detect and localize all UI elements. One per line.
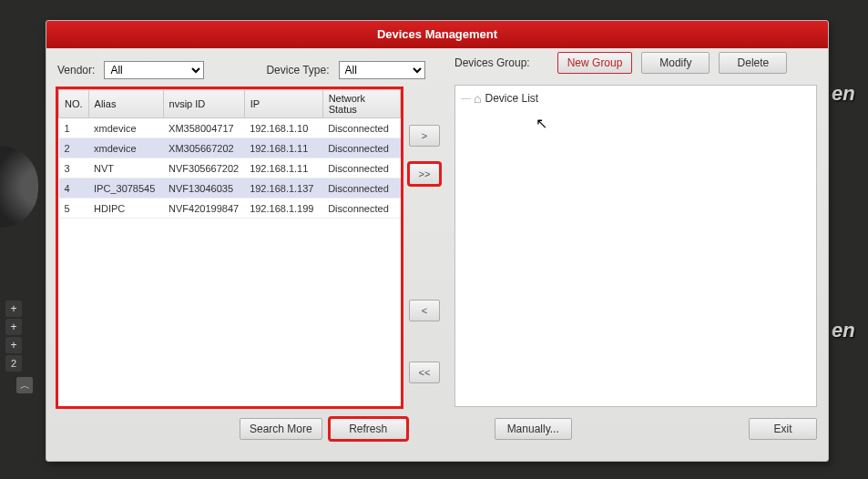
cell-no: 1 [59, 118, 89, 138]
cell-nvsip: XM358004717 [163, 118, 244, 138]
cell-ip: 192.168.1.10 [244, 118, 322, 138]
cell-nvsip: NVF13046035 [163, 178, 244, 199]
home-icon: ⌂ [474, 91, 481, 106]
cell-alias: HDIPC [88, 199, 163, 219]
cell-status: Disconnected [322, 178, 400, 199]
table-row[interactable]: 4IPC_3078545NVF13046035192.168.1.137Disc… [59, 178, 401, 199]
cell-nvsip: NVF305667202 [163, 158, 244, 178]
tree-root-label: Device List [485, 92, 538, 105]
bg-collapse-icon[interactable]: ︿ [16, 377, 33, 393]
cell-status: Disconnected [322, 118, 400, 138]
table-row[interactable]: 2xmdeviceXM305667202192.168.1.11Disconne… [59, 138, 401, 158]
col-nvsip[interactable]: nvsip ID [163, 90, 244, 118]
bg-left-sidebar: + + + 2 ︿ [0, 146, 41, 395]
cell-ip: 192.168.1.137 [244, 178, 322, 199]
table-row[interactable]: 5HDIPCNVF420199847192.168.1.199Disconnec… [59, 199, 401, 219]
cell-nvsip: NVF420199847 [163, 199, 244, 219]
cell-alias: xmdevice [88, 118, 163, 138]
tree-connector: ┈┈ [461, 94, 470, 104]
devices-table-panel: NO. Alias nvsip ID IP Network Status 1xm… [57, 88, 402, 407]
delete-button[interactable]: Delete [719, 52, 787, 74]
remove-all-button[interactable]: << [409, 362, 440, 383]
new-group-button[interactable]: New Group [557, 52, 633, 74]
tree-root-item[interactable]: ┈┈ ⌂ Device List [461, 91, 811, 106]
devices-table[interactable]: NO. Alias nvsip ID IP Network Status 1xm… [58, 89, 401, 219]
cell-nvsip: XM305667202 [163, 138, 244, 158]
cell-alias: xmdevice [88, 138, 163, 158]
bg-plus-button[interactable]: + [5, 301, 22, 317]
cell-no: 3 [59, 158, 89, 178]
devices-management-dialog: Devices Management Vendor: All Device Ty… [46, 20, 829, 462]
cell-status: Disconnected [322, 199, 400, 219]
devices-group-label: Devices Group: [454, 56, 530, 69]
dialog-title: Devices Management [46, 21, 828, 48]
remove-button[interactable]: < [409, 300, 440, 321]
add-button[interactable]: > [409, 125, 440, 147]
manually-button[interactable]: Manually... [495, 418, 572, 440]
bg-num-button[interactable]: 2 [5, 355, 22, 372]
bg-brand-text-2: en [832, 319, 868, 355]
cell-no: 2 [59, 138, 89, 158]
search-more-button[interactable]: Search More [240, 418, 322, 440]
cell-no: 4 [59, 178, 89, 199]
vendor-label: Vendor: [57, 64, 95, 76]
groups-column: Devices Group: New Group Modify Delete ┈… [454, 88, 817, 407]
col-ip[interactable]: IP [244, 90, 322, 118]
modify-button[interactable]: Modify [641, 52, 710, 74]
table-row[interactable]: 3NVTNVF305667202192.168.1.11Disconnected [59, 158, 401, 178]
cell-alias: NVT [88, 158, 163, 178]
bg-plus-button[interactable]: + [5, 319, 22, 335]
cell-ip: 192.168.1.199 [244, 199, 322, 219]
cell-status: Disconnected [322, 158, 400, 178]
table-header-row: NO. Alias nvsip ID IP Network Status [59, 90, 401, 118]
device-group-tree[interactable]: ┈┈ ⌂ Device List ↖ [454, 85, 817, 407]
cell-no: 5 [59, 199, 89, 219]
bg-brand-text: en [832, 82, 868, 118]
cell-status: Disconnected [322, 138, 400, 158]
add-all-button[interactable]: >> [409, 163, 440, 185]
cell-ip: 192.168.1.11 [244, 158, 322, 178]
vendor-select[interactable]: All [104, 61, 204, 79]
bg-joystick-icon [0, 146, 38, 228]
table-row[interactable]: 1xmdeviceXM358004717192.168.1.10Disconne… [59, 118, 401, 138]
refresh-button[interactable]: Refresh [330, 418, 407, 440]
transfer-arrows: > >> < << [409, 88, 447, 407]
groups-header: Devices Group: New Group Modify Delete [454, 52, 817, 74]
cell-ip: 192.168.1.11 [244, 138, 322, 158]
exit-button[interactable]: Exit [749, 418, 817, 440]
cell-alias: IPC_3078545 [88, 178, 163, 199]
col-no[interactable]: NO. [59, 90, 89, 118]
device-type-select[interactable]: All [339, 61, 425, 79]
col-alias[interactable]: Alias [88, 90, 163, 118]
device-type-label: Device Type: [266, 64, 329, 76]
dialog-footer: Search More Refresh Manually... Exit [46, 407, 828, 440]
bg-plus-button[interactable]: + [5, 337, 22, 353]
col-status[interactable]: Network Status [322, 90, 400, 118]
cursor-icon: ↖ [536, 115, 547, 132]
